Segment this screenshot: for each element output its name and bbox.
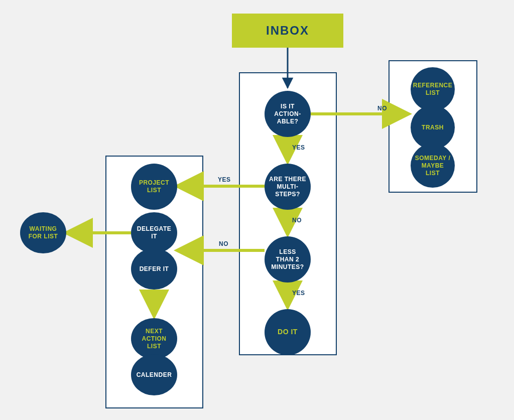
node-calendar: CALENDER <box>131 354 177 395</box>
node-delegate: DELEGATEIT <box>131 212 177 253</box>
node-next-action-list: NEXTACTION LIST <box>131 318 177 359</box>
label-actionable-yes: YES <box>292 144 305 151</box>
node-project-list: PROJECTLIST <box>131 164 177 210</box>
node-waiting-for-list: WAITINGFOR LIST <box>20 212 66 253</box>
node-trash: TRASH <box>411 105 455 150</box>
node-do-it: DO IT <box>265 309 311 355</box>
label-two-min-yes: YES <box>292 290 305 297</box>
label-multi-no: NO <box>292 217 302 224</box>
node-someday-list: SOMEDAY /MAYBE LIST <box>411 144 455 188</box>
label-two-min-no: NO <box>219 240 228 247</box>
node-two-minutes: LESSTHAN 2MINUTES? <box>265 236 311 283</box>
node-reference-list: REFERENCELIST <box>411 67 455 111</box>
node-actionable: IS ITACTION-ABLE? <box>265 91 311 137</box>
node-multi-steps: ARE THEREMULTI-STEPS? <box>265 164 311 210</box>
node-defer: DEFER IT <box>131 248 177 290</box>
label-actionable-no: NO <box>377 105 387 112</box>
label-multi-yes: YES <box>218 176 231 183</box>
inbox-box: INBOX <box>232 14 343 48</box>
